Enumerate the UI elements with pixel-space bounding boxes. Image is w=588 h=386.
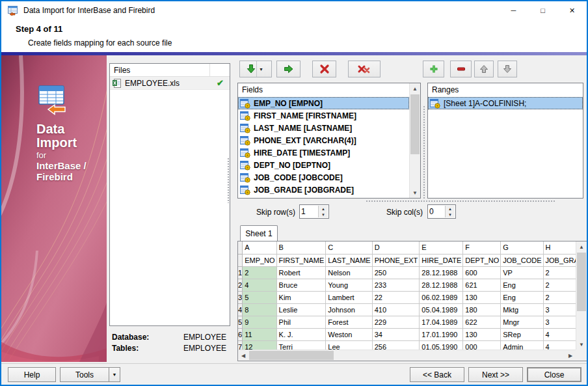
grid-field-name-cell[interactable]: EMP_NO	[243, 254, 276, 266]
add-range-button[interactable]	[423, 61, 444, 77]
grid-cell[interactable]: 000	[463, 340, 501, 350]
close-icon[interactable]: ✕	[557, 1, 587, 20]
scroll-up-icon[interactable]: ▲	[410, 83, 420, 94]
grid-cell[interactable]: Phil	[276, 316, 326, 328]
grid-cell[interactable]: Forest	[326, 316, 372, 328]
grid-cell[interactable]: 28.12.1988	[420, 279, 463, 291]
clear-all-fields-button[interactable]	[348, 61, 381, 77]
skip-cols-input[interactable]	[429, 206, 445, 217]
minimize-icon[interactable]: ─	[499, 1, 528, 20]
grid-cell[interactable]: 2	[543, 291, 576, 303]
grid-cell[interactable]: 17.04.1989	[420, 316, 463, 328]
grid-column-letter[interactable]: D	[372, 241, 420, 254]
grid-scroll-down-icon[interactable]: ▼	[576, 339, 587, 350]
help-button[interactable]: Help	[8, 367, 56, 382]
back-button[interactable]: << Back	[410, 367, 464, 382]
grid-cell[interactable]: Leslie	[276, 303, 326, 316]
grid-row-number[interactable]: 3	[238, 291, 243, 303]
grid-cell[interactable]: 01.05.1990	[420, 340, 463, 350]
grid-scroll-right-icon[interactable]: ▶	[565, 350, 576, 361]
grid-row-number[interactable]: 1	[238, 266, 243, 279]
map-all-fields-button[interactable]	[276, 61, 301, 77]
field-item[interactable]: DEPT_NO [DEPTNO]	[238, 159, 409, 171]
field-item[interactable]: LAST_NAME [LASTNAME]	[238, 122, 409, 134]
grid-cell[interactable]: Kim	[276, 291, 326, 303]
grid-cell[interactable]: 4	[543, 328, 576, 340]
grid-cell[interactable]: 06.02.1989	[420, 291, 463, 303]
grid-column-letter[interactable]: B	[276, 241, 326, 254]
grid-cell[interactable]: 3	[543, 303, 576, 316]
grid-cell[interactable]: 2	[543, 266, 576, 279]
grid-cell[interactable]: 5	[243, 291, 276, 303]
grid-cell[interactable]: 8	[243, 303, 276, 316]
skip-cols-down-icon[interactable]: ▼	[446, 212, 455, 217]
grid-cell[interactable]: Mngr	[501, 316, 543, 328]
grid-cell[interactable]: Mktg	[501, 303, 543, 316]
grid-column-letter[interactable]: F	[463, 241, 501, 254]
grid-cell[interactable]: Terri	[276, 340, 326, 350]
splitter-horizontal[interactable]	[366, 200, 555, 203]
grid-column-letter[interactable]: C	[326, 241, 372, 254]
grid-row-header[interactable]	[238, 254, 243, 266]
grid-cell[interactable]: K. J.	[276, 328, 326, 340]
grid-cell[interactable]: 05.04.1989	[420, 303, 463, 316]
grid-cell[interactable]: VP	[501, 266, 543, 279]
grid-row-number[interactable]: 5	[238, 316, 243, 328]
grid-vscroll-thumb[interactable]	[577, 253, 586, 311]
grid-cell[interactable]: Admin	[501, 340, 543, 350]
skip-rows-input[interactable]	[301, 206, 317, 217]
move-range-down-button[interactable]	[498, 61, 517, 77]
grid-hscroll-thumb[interactable]	[249, 351, 334, 360]
fields-scrollbar[interactable]: ▲ ▼	[409, 83, 420, 198]
grid-cell[interactable]: Nelson	[326, 266, 372, 279]
grid-column-letter[interactable]: G	[501, 241, 543, 254]
grid-column-letter[interactable]: A	[243, 241, 276, 254]
grid-cell[interactable]: Weston	[326, 328, 372, 340]
grid-cell[interactable]: 28.12.1988	[420, 266, 463, 279]
grid-column-letter[interactable]: E	[420, 241, 463, 254]
grid-row-number[interactable]: 7	[238, 340, 243, 350]
grid-cell[interactable]: Young	[326, 279, 372, 291]
grid-cell[interactable]: Lambert	[326, 291, 372, 303]
grid-field-name-cell[interactable]: JOB_CODE	[501, 254, 543, 266]
grid-corner-cell[interactable]	[238, 241, 243, 254]
remove-range-button[interactable]	[450, 61, 472, 77]
grid-cell[interactable]: 4	[543, 340, 576, 350]
range-item[interactable]: [Sheet 1]A-COLFINISH;	[428, 97, 583, 109]
scroll-down-icon[interactable]: ▼	[410, 187, 420, 198]
grid-cell[interactable]: 600	[463, 266, 501, 279]
grid-row-number[interactable]: 6	[238, 328, 243, 340]
grid-cell[interactable]: Robert	[276, 266, 326, 279]
map-field-dropdown-arrow-icon[interactable]: ▼	[256, 61, 266, 77]
clear-field-button[interactable]	[312, 61, 336, 77]
grid-cell[interactable]: 622	[463, 316, 501, 328]
grid-scroll-left-icon[interactable]: ◀	[238, 350, 248, 361]
grid-cell[interactable]: 17.01.1990	[420, 328, 463, 340]
grid-cell[interactable]: 9	[243, 316, 276, 328]
grid-cell[interactable]: 233	[372, 279, 420, 291]
close-button[interactable]: Close	[527, 367, 581, 382]
grid-cell[interactable]: 229	[372, 316, 420, 328]
grid-field-name-cell[interactable]: FIRST_NAME	[276, 254, 326, 266]
skip-rows-up-icon[interactable]: ▲	[319, 206, 328, 212]
grid-cell[interactable]: 4	[243, 279, 276, 291]
grid-field-name-cell[interactable]: LAST_NAME	[326, 254, 372, 266]
grid-cell[interactable]: 130	[463, 328, 501, 340]
titlebar[interactable]: Data Import for InterBase and Firebird ─…	[1, 1, 587, 20]
grid-cell[interactable]: 34	[372, 328, 420, 340]
grid-row-number[interactable]: 2	[238, 279, 243, 291]
maximize-icon[interactable]: □	[528, 1, 557, 20]
splitter-fields-ranges[interactable]	[423, 105, 426, 200]
grid-cell[interactable]: 256	[372, 340, 420, 350]
skip-rows-down-icon[interactable]: ▼	[319, 212, 328, 217]
next-button[interactable]: Next >>	[468, 367, 523, 382]
file-list-item[interactable]: EMPLOYEE.xls ✔	[110, 77, 230, 90]
field-item[interactable]: JOB_GRADE [JOBGRADE]	[238, 184, 409, 196]
field-item[interactable]: EMP_NO [EMPNO]	[238, 97, 409, 109]
grid-horizontal-scrollbar[interactable]: ◀ ▶	[238, 350, 576, 361]
grid-cell[interactable]: 11	[243, 328, 276, 340]
grid-cell[interactable]: 410	[372, 303, 420, 316]
grid-cell[interactable]: Eng	[501, 291, 543, 303]
grid-cell[interactable]: Lee	[326, 340, 372, 350]
splitter-files-fields[interactable]	[227, 158, 230, 203]
